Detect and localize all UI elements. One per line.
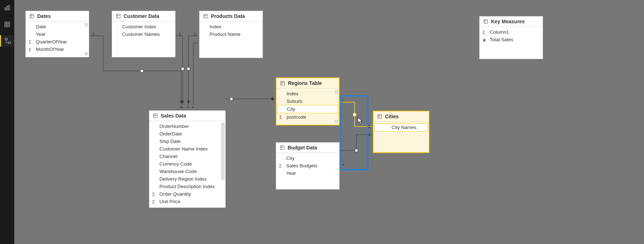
bar-chart-icon: [4, 5, 10, 11]
svg-text:*: *: [342, 99, 343, 104]
model-view-button[interactable]: [0, 35, 14, 47]
svg-text:*: *: [342, 163, 344, 168]
svg-rect-8: [5, 38, 7, 40]
scroll-down-icon[interactable]: [85, 52, 88, 56]
field-item[interactable]: Date: [26, 23, 89, 30]
field-item-highlighted[interactable]: City: [277, 105, 338, 113]
field-item[interactable]: Customer Names: [112, 30, 175, 38]
field-item[interactable]: Order Quantity: [149, 190, 225, 198]
svg-text:*: *: [192, 106, 194, 111]
field-item[interactable]: OrderNumber: [149, 123, 225, 130]
svg-text:1: 1: [92, 32, 95, 37]
table-icon: [203, 14, 208, 19]
svg-rect-0: [5, 8, 6, 10]
svg-rect-1: [7, 6, 8, 10]
table-header-measures[interactable]: Key Measures: [480, 16, 543, 27]
table-icon: [153, 113, 158, 118]
sigma-icon: [152, 192, 157, 197]
field-item[interactable]: Product Name: [200, 30, 263, 38]
sigma-icon: [482, 30, 487, 35]
svg-rect-52: [378, 115, 382, 119]
mouse-cursor-icon: [357, 117, 362, 124]
svg-rect-13: [140, 70, 143, 72]
svg-text:*: *: [180, 106, 182, 111]
sigma-icon: [279, 163, 284, 168]
svg-text:1: 1: [368, 132, 371, 137]
field-item[interactable]: Index: [277, 90, 339, 97]
table-header-budget[interactable]: Budget Data: [276, 143, 339, 153]
table-title: Key Measures: [491, 19, 525, 24]
table-icon: [280, 145, 285, 150]
svg-rect-49: [280, 146, 284, 150]
field-item[interactable]: Total Sales: [480, 36, 543, 43]
field-item[interactable]: Channel: [149, 153, 225, 160]
field-item[interactable]: Column1: [480, 28, 543, 36]
svg-rect-21: [187, 67, 190, 70]
field-item[interactable]: Year: [276, 169, 339, 177]
view-rail: [0, 0, 14, 244]
table-title: Dates: [37, 13, 51, 19]
field-item[interactable]: Sales Budgets: [276, 162, 339, 169]
table-title: Sales Data: [161, 113, 186, 119]
svg-rect-34: [30, 14, 34, 18]
relationship-icon: [5, 38, 11, 44]
sigma-icon: [29, 39, 34, 44]
table-header-cities[interactable]: Cities: [374, 111, 429, 122]
svg-rect-28: [353, 113, 356, 116]
table-header-products[interactable]: Products Data: [200, 11, 263, 21]
field-item[interactable]: Unit Price: [149, 198, 225, 205]
field-item[interactable]: Index: [200, 23, 263, 30]
field-item-highlighted[interactable]: City Names: [374, 123, 428, 131]
table-header-regions[interactable]: Regions Table: [277, 78, 339, 88]
scroll-down-icon[interactable]: [335, 120, 338, 123]
table-card-sales[interactable]: Sales Data OrderNumber OrderDate Ship Da…: [149, 110, 226, 208]
scroll-up-icon[interactable]: [335, 90, 338, 94]
svg-text:1: 1: [368, 124, 371, 129]
sigma-icon: [152, 199, 157, 204]
table-card-customer[interactable]: Customer Data Customer Index Customer Na…: [112, 11, 176, 57]
svg-rect-9: [8, 42, 10, 44]
field-item[interactable]: Customer Index: [112, 23, 175, 30]
table-icon: [29, 14, 34, 19]
table-header-customer[interactable]: Customer Data: [112, 11, 175, 21]
table-card-cities[interactable]: Cities City Names: [373, 111, 429, 153]
field-item[interactable]: Currency Code: [149, 160, 225, 168]
table-grid-icon: [4, 21, 10, 28]
table-title: Customer Data: [124, 13, 159, 19]
table-card-measures[interactable]: Key Measures Column1 Total Sales: [479, 16, 543, 59]
field-item[interactable]: Delivery Region Index: [149, 175, 225, 183]
scroll-up-icon[interactable]: [85, 23, 88, 27]
field-item[interactable]: Warehouse Code: [149, 168, 225, 175]
svg-rect-37: [116, 14, 120, 18]
table-title: Budget Data: [288, 145, 317, 150]
field-item[interactable]: OrderDate: [149, 130, 225, 138]
svg-text:*: *: [181, 106, 183, 111]
field-item[interactable]: MonthOfYear: [26, 46, 89, 53]
svg-rect-40: [204, 14, 208, 18]
scrollbar-thumb[interactable]: [221, 123, 225, 180]
data-view-button[interactable]: [0, 19, 14, 30]
field-item[interactable]: Customer Name Index: [149, 145, 225, 153]
table-card-dates[interactable]: Dates Date Year QuarterOfYear MonthOfYea…: [25, 11, 89, 57]
table-card-products[interactable]: Products Data Index Product Name: [199, 11, 263, 58]
field-item[interactable]: City: [276, 154, 339, 162]
svg-rect-46: [154, 114, 158, 118]
table-icon: [116, 14, 121, 19]
model-canvas[interactable]: 1 * 1 * 1 * * 1 * 1 * 1: [14, 0, 644, 244]
report-view-button[interactable]: [0, 2, 14, 14]
table-title: Regions Table: [288, 80, 322, 86]
field-item[interactable]: Ship Date: [149, 138, 225, 145]
field-item[interactable]: Suburb: [277, 97, 339, 105]
svg-text:*: *: [187, 106, 189, 111]
table-header-dates[interactable]: Dates: [26, 11, 89, 21]
table-card-regions[interactable]: Regions Table Index Suburb City postcode: [276, 77, 340, 125]
svg-rect-43: [281, 81, 285, 85]
table-icon: [377, 114, 382, 119]
field-item[interactable]: postcode: [277, 113, 339, 121]
table-header-sales[interactable]: Sales Data: [149, 111, 225, 121]
field-item[interactable]: QuarterOfYear: [26, 38, 89, 46]
svg-rect-31: [355, 149, 358, 152]
table-card-budget[interactable]: Budget Data City Sales Budgets Year: [276, 142, 340, 190]
field-item[interactable]: Product Description Index: [149, 183, 225, 190]
field-item[interactable]: Year: [26, 30, 89, 38]
